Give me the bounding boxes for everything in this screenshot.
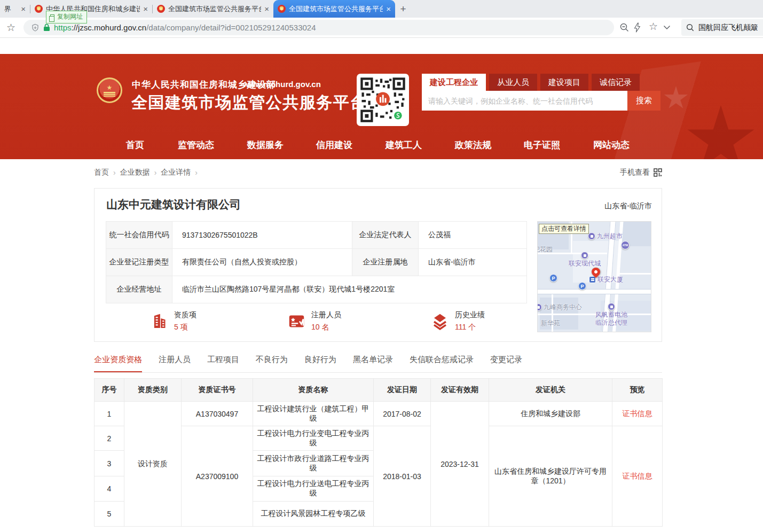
keyword-search-input[interactable] xyxy=(422,91,627,111)
browser-tab-2[interactable]: ★ 全国建筑市场监管公共服务平台 × xyxy=(153,0,273,18)
poi-label: 九州超市 xyxy=(597,233,623,240)
col-no: 序号 xyxy=(95,379,124,402)
nav-workers[interactable]: 建筑工人 xyxy=(386,139,422,151)
nav-credit[interactable]: 信用建设 xyxy=(316,139,352,151)
cell-no: 4 xyxy=(95,476,124,502)
cell-authority: 山东省住房和城乡建设厅许可专用章（1201） xyxy=(489,426,612,527)
table-row: 1 设计资质 A137030497 工程设计建筑行业（建筑工程）甲级 2017-… xyxy=(95,402,663,426)
tab-close-icon[interactable]: × xyxy=(386,5,391,13)
bookmark-star-icon[interactable]: ☆ xyxy=(6,21,15,34)
certificate-info-link[interactable]: 证书信息 xyxy=(623,472,652,480)
table-row: 企业登记注册类型 有限责任公司（自然人投资或控股） 企业注册属地 山东省-临沂市 xyxy=(106,249,527,276)
cell-valid-until: 2023-12-31 xyxy=(431,402,489,527)
layers-icon xyxy=(431,312,449,330)
poi-glyph xyxy=(537,306,540,309)
poi-label-line2: 临沂总代理 xyxy=(595,319,627,326)
building-icon xyxy=(151,312,168,330)
tab-close-icon[interactable]: × xyxy=(264,5,269,13)
emblem-star-icon: ★ xyxy=(280,7,284,11)
legal-rep-label: 企业法定代表人 xyxy=(352,222,419,249)
cell-no: 1 xyxy=(95,402,124,426)
chevron-down-icon[interactable] xyxy=(663,25,671,30)
map-poi-battery: 风帆蓄电池 临沂总代理 xyxy=(595,303,627,326)
map-poi-supermarket: 九州超市 xyxy=(588,232,623,240)
header-search-row: 搜索 xyxy=(422,91,660,111)
stat-value: 111 个 xyxy=(455,323,485,332)
browser-tab-0[interactable]: 界 × xyxy=(0,0,30,18)
certificate-info-link[interactable]: 证书信息 xyxy=(623,409,652,418)
reg-place-value: 山东省-临沂市 xyxy=(419,249,527,276)
browser-tab-3-active[interactable]: ★ 全国建筑市场监管公共服务平台 × xyxy=(273,0,395,18)
tab-qualifications[interactable]: 企业资质资格 xyxy=(94,355,142,372)
quick-search-text: 国航回应飞机颠簸 xyxy=(698,23,758,33)
nav-home[interactable]: 首页 xyxy=(126,139,144,151)
search-tab-credit[interactable]: 诚信记录 xyxy=(592,74,640,91)
stat-label: 历史业绩 xyxy=(455,310,485,320)
qualification-table: 序号 资质类别 资质证书号 资质名称 发证日期 发证有效期 发证机关 预览 1 … xyxy=(94,378,663,527)
nav-supervision[interactable]: 监管动态 xyxy=(178,139,214,151)
tab-good-behavior[interactable]: 良好行为 xyxy=(304,355,336,372)
address-bar[interactable]: https://jzsc.mohurd.gov.cn/data/company/… xyxy=(23,20,614,35)
site-favicon-icon: ★ xyxy=(278,5,286,13)
browser-toolbar: ☆ https://jzsc.mohurd.gov.cn/data/compan… xyxy=(0,18,763,38)
poi-label: 联安大厦 xyxy=(597,276,623,283)
poi-marker-icon xyxy=(588,232,595,240)
flash-extension-icon[interactable] xyxy=(633,22,641,33)
poi-label: 新华苑 xyxy=(541,320,560,327)
col-valid-until: 发证有效期 xyxy=(431,379,489,402)
search-tab-personnel[interactable]: 从业人员 xyxy=(489,74,537,91)
map-parking-2: P xyxy=(578,282,586,290)
url-text[interactable]: https://jzsc.mohurd.gov.cn/data/company/… xyxy=(54,23,316,32)
platform-title: 全国建筑市场监管公共服务平台 xyxy=(131,92,367,114)
zoom-out-icon[interactable] xyxy=(619,22,630,33)
map-road-main-horizontal xyxy=(538,289,651,294)
tab-close-icon[interactable]: × xyxy=(21,5,26,13)
breadcrumb-company-detail[interactable]: 企业详情 xyxy=(161,168,191,177)
tab-projects[interactable]: 工程项目 xyxy=(207,355,239,372)
nav-data-service[interactable]: 数据服务 xyxy=(247,139,284,151)
stat-qualifications: 资质项5 项 xyxy=(151,310,196,332)
emblem-star-icon: ★ xyxy=(159,7,163,11)
tab-blacklist[interactable]: 黑名单记录 xyxy=(353,355,393,372)
shield-permissions-icon[interactable] xyxy=(31,24,40,32)
site-favicon-icon: ★ xyxy=(35,5,43,13)
tab-change-records[interactable]: 变更记录 xyxy=(490,355,522,372)
stat-registered-personnel: 注册人员10 名 xyxy=(288,310,341,332)
tab-registered-personnel[interactable]: 注册人员 xyxy=(159,355,191,372)
poi-marker-icon xyxy=(537,303,542,311)
col-preview: 预览 xyxy=(612,379,663,402)
new-tab-button[interactable]: + xyxy=(395,0,411,18)
site-favicon-icon: ★ xyxy=(157,5,165,13)
tab-close-icon[interactable]: × xyxy=(143,5,148,13)
company-info-table: 统一社会信用代码 91371302675501022B 企业法定代表人 公茂福 … xyxy=(106,221,527,303)
browser-window: 界 × ★ 中华人民共和国住房和城乡建设 × ★ 全国建筑市场监管公共服务平台 … xyxy=(0,0,763,532)
copy-url-tooltip: 复制网址 xyxy=(46,11,87,24)
col-issue-date: 发证日期 xyxy=(374,379,431,402)
map-road xyxy=(618,273,651,275)
poi-marker-icon xyxy=(581,252,588,259)
reg-type-value: 有限责任公司（自然人投资或控股） xyxy=(172,249,352,276)
legal-rep-value: 公茂福 xyxy=(419,222,527,249)
col-category: 资质类别 xyxy=(124,379,182,402)
favorite-star-icon[interactable]: ☆ xyxy=(649,20,658,33)
tab-title: 界 xyxy=(4,4,18,14)
company-region: 山东省-临沂市 xyxy=(604,201,652,211)
url-scheme: https xyxy=(54,23,72,32)
url-path: /data/company/detail?id=0021052912405330… xyxy=(146,23,316,32)
nav-policy[interactable]: 政策法规 xyxy=(455,139,491,151)
nav-site-news[interactable]: 网站动态 xyxy=(593,139,630,151)
mobile-view[interactable]: 手机查看 xyxy=(620,168,662,177)
location-map[interactable]: 点击可查看详情 九州超市 ATM 纪花园 联安现代城 联安大厦 P xyxy=(537,221,651,332)
quick-search-box[interactable]: 国航回应飞机颠簸 xyxy=(681,19,763,36)
search-tab-enterprise[interactable]: 建设工程企业 xyxy=(422,74,486,91)
breadcrumb-home[interactable]: 首页 xyxy=(94,168,109,177)
tab-dishonesty-records[interactable]: 失信联合惩戒记录 xyxy=(410,355,474,372)
tab-bad-behavior[interactable]: 不良行为 xyxy=(256,355,288,372)
map-poi-lianan-city: 联安现代城 xyxy=(569,252,601,267)
cell-no: 2 xyxy=(95,426,124,451)
search-tab-project[interactable]: 建设项目 xyxy=(540,74,588,91)
search-button[interactable]: 搜索 xyxy=(627,91,660,111)
breadcrumb-company-data[interactable]: 企业数据 xyxy=(120,168,150,177)
map-tooltip: 点击可查看详情 xyxy=(539,224,589,234)
nav-e-license[interactable]: 电子证照 xyxy=(524,139,560,151)
